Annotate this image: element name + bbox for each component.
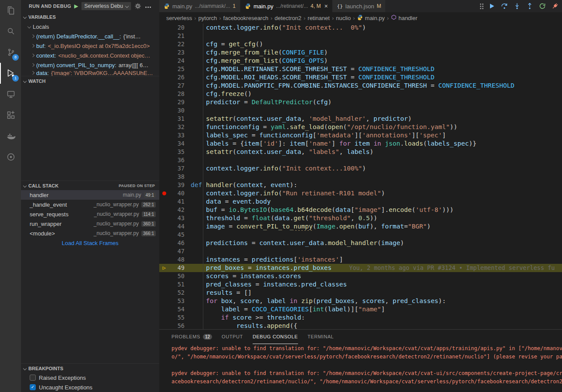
call-stack-section-header[interactable]: CALL STACK PAUSED ON STEP xyxy=(21,181,159,190)
line-number[interactable]: 52 xyxy=(169,289,185,297)
editor-tab[interactable]: main.py.../retinanet/...4, M× xyxy=(240,0,332,12)
code-line[interactable]: 20 context.logger.info("Init context... … xyxy=(159,24,562,32)
gutter-glyph-margin[interactable] xyxy=(159,115,169,123)
gutter-glyph-margin[interactable] xyxy=(159,214,169,222)
load-all-stack-frames-link[interactable]: Load All Stack Frames xyxy=(21,238,159,248)
gutter-glyph-margin[interactable] xyxy=(159,189,169,198)
line-number[interactable]: 43 xyxy=(169,214,185,222)
gutter-glyph-margin[interactable] xyxy=(159,24,169,32)
panel-tab-debug-console[interactable]: DEBUG CONSOLE xyxy=(253,330,298,344)
line-number[interactable]: 26 xyxy=(169,73,185,82)
line-number[interactable]: 51 xyxy=(169,280,185,289)
code-line[interactable]: 34 labels = {item['id']: item['name'] fo… xyxy=(159,140,562,148)
activity-item-docker[interactable] xyxy=(0,126,21,147)
stack-frame[interactable]: serve_requests_nuclio_wrapper.py114:1 xyxy=(21,209,159,219)
code-line[interactable]: 47 xyxy=(159,247,562,256)
gutter-glyph-margin[interactable] xyxy=(159,90,169,98)
gutter-glyph-margin[interactable] xyxy=(159,65,169,73)
line-number[interactable]: 48 xyxy=(169,256,185,264)
line-number[interactable]: 24 xyxy=(169,57,185,65)
gutter-glyph-margin[interactable] xyxy=(159,305,169,314)
code-line[interactable]: 55 if score >= threshold: xyxy=(159,314,562,322)
gutter-glyph-margin[interactable] xyxy=(159,32,169,40)
gutter-glyph-margin[interactable] xyxy=(159,272,169,280)
code-line[interactable]: 50 scores = instances.scores xyxy=(159,272,562,280)
line-number[interactable]: 42 xyxy=(169,206,185,214)
breadcrumb-item[interactable]: serverless xyxy=(166,15,192,21)
line-number[interactable]: 20 xyxy=(169,24,185,32)
restart-icon[interactable] xyxy=(539,3,546,10)
debug-config-dropdown[interactable]: Serverless Debu xyxy=(81,2,131,10)
line-number[interactable]: 46 xyxy=(169,239,185,247)
breakpoint-icon[interactable] xyxy=(162,191,166,195)
line-number[interactable]: 54 xyxy=(169,305,185,314)
line-number[interactable]: 41 xyxy=(169,198,185,206)
step-over-icon[interactable] xyxy=(501,3,508,10)
locals-scope-row[interactable]: Locals xyxy=(21,22,159,31)
gutter-glyph-margin[interactable] xyxy=(159,173,169,181)
step-into-icon[interactable] xyxy=(514,3,521,10)
gutter-glyph-margin[interactable] xyxy=(159,82,169,90)
code-line[interactable]: 51 pred_classes = instances.pred_classes xyxy=(159,280,562,289)
line-number[interactable]: 33 xyxy=(169,131,185,140)
gutter-glyph-margin[interactable] xyxy=(159,297,169,305)
line-number[interactable]: 23 xyxy=(169,48,185,57)
breadcrumb-item[interactable]: facebookresearch xyxy=(223,15,268,21)
panel-tab-problems[interactable]: PROBLEMS12 xyxy=(171,330,212,344)
close-icon[interactable]: × xyxy=(324,3,328,10)
line-number[interactable]: 27 xyxy=(169,82,185,90)
code-line[interactable]: 53 for box, score, label in zip(pred_box… xyxy=(159,297,562,305)
breadcrumb-item[interactable]: retinanet xyxy=(308,15,330,21)
code-line[interactable]: 36 xyxy=(159,156,562,164)
editor-tab[interactable]: main.py.../siammask/...1 xyxy=(159,0,240,12)
line-number[interactable]: 32 xyxy=(169,123,185,131)
code-line[interactable]: 32 functionconfig = yaml.safe_load(open(… xyxy=(159,123,562,131)
code-line[interactable]: 23 cfg.merge_from_file(CONFIG_FILE) xyxy=(159,48,562,57)
code-line[interactable]: 37 context.logger.info("Init context...1… xyxy=(159,164,562,173)
stack-frame[interactable]: handlermain.py49:1 xyxy=(21,190,159,200)
activity-item-explorer[interactable] xyxy=(0,0,21,21)
debug-console-output[interactable]: pydev debugger: unable to find translati… xyxy=(159,344,562,392)
panel-tab-terminal[interactable]: TERMINAL xyxy=(308,330,334,344)
gutter-glyph-margin[interactable] xyxy=(159,98,169,106)
code-line[interactable]: 44 image = convert_PIL_to_numpy(Image.op… xyxy=(159,222,562,231)
activity-item-remote-explorer[interactable] xyxy=(0,84,21,105)
code-line[interactable]: 25 cfg.MODEL.RETINANET.SCORE_THRESH_TEST… xyxy=(159,65,562,73)
code-line[interactable]: 41 data = event.body xyxy=(159,198,562,206)
line-number[interactable]: 29 xyxy=(169,98,185,106)
step-out-icon[interactable] xyxy=(526,3,533,10)
gutter-glyph-margin[interactable] xyxy=(159,198,169,206)
code-line[interactable]: 31 setattr(context.user_data, 'model_han… xyxy=(159,115,562,123)
gutter-glyph-margin[interactable] xyxy=(159,73,169,82)
activity-item-source-control[interactable]: 8 xyxy=(0,42,21,63)
gutter-glyph-margin[interactable] xyxy=(159,247,169,256)
line-number[interactable]: 55 xyxy=(169,314,185,322)
panel-tab-output[interactable]: OUTPUT xyxy=(222,330,243,344)
line-number[interactable]: 47 xyxy=(169,247,185,256)
more-actions-icon[interactable] xyxy=(144,3,151,10)
code-line[interactable]: 43 threshold = float(data.get("threshold… xyxy=(159,214,562,222)
code-line[interactable]: 22 cfg = get_cfg() xyxy=(159,40,562,48)
variable-item[interactable]: buf:<_io.BytesIO object at 0x7f5a2dc1ecc… xyxy=(21,41,159,51)
code-line[interactable]: 33 labels_spec = functionconfig['metadat… xyxy=(159,131,562,140)
code-line[interactable]: 29 predictor = DefaultPredictor(cfg) xyxy=(159,98,562,106)
gutter-glyph-margin[interactable] xyxy=(159,140,169,148)
activity-item-search[interactable] xyxy=(0,21,21,42)
gutter-glyph-margin[interactable] xyxy=(159,206,169,214)
gutter-glyph-margin[interactable] xyxy=(159,57,169,65)
stack-frame[interactable]: <module>_nuclio_wrapper.py366:1 xyxy=(21,228,159,238)
code-line[interactable]: 35 setattr(context.user_data, "labels", … xyxy=(159,148,562,156)
code-line[interactable]: 39def handler(context, event): xyxy=(159,181,562,189)
variable-item[interactable]: (return) convert_PIL_to_numpy:array([[[ … xyxy=(21,60,159,70)
line-number[interactable]: 56 xyxy=(169,322,185,329)
code-editor[interactable]: 20 context.logger.info("Init context... … xyxy=(159,24,562,329)
checkbox[interactable] xyxy=(30,375,36,381)
gutter-glyph-margin[interactable]: ▷ xyxy=(159,264,169,272)
variable-item[interactable]: (return) DefaultPredictor.__call__:{'ins… xyxy=(21,31,159,41)
gutter-glyph-margin[interactable] xyxy=(159,106,169,115)
gutter-glyph-margin[interactable] xyxy=(159,48,169,57)
start-debug-button[interactable]: ▶ xyxy=(74,3,78,9)
continue-icon[interactable] xyxy=(488,3,495,10)
gutter-glyph-margin[interactable] xyxy=(159,131,169,140)
gutter-glyph-margin[interactable] xyxy=(159,289,169,297)
